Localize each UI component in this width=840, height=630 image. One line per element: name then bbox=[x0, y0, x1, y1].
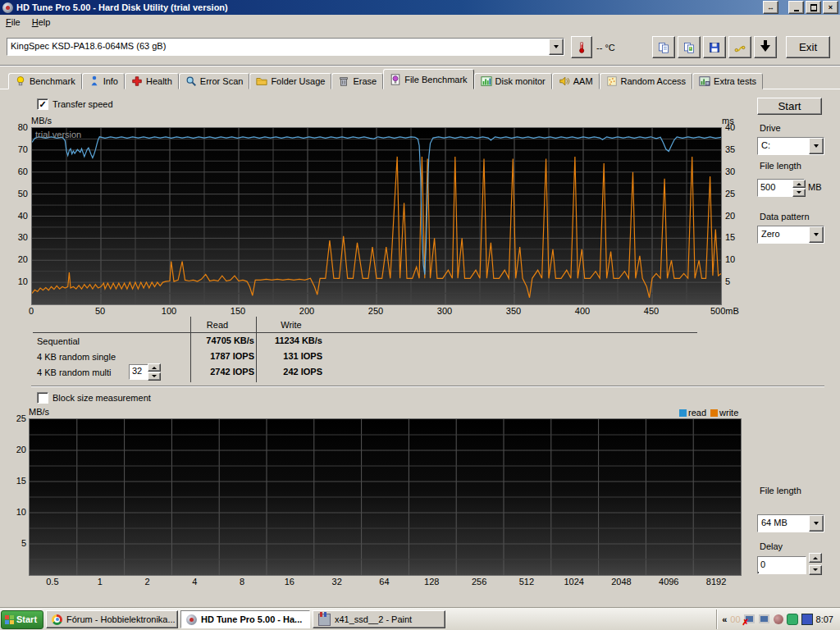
copy-image-button[interactable] bbox=[678, 36, 701, 58]
connect-icon bbox=[734, 40, 746, 55]
transfer-speed-checkbox[interactable]: ✓ Transfer speed bbox=[37, 98, 113, 110]
axis-tick-label: 10 bbox=[725, 254, 735, 264]
hdtune-icon bbox=[186, 614, 197, 625]
up-arrow-icon bbox=[813, 555, 818, 559]
delay-label: Delay bbox=[760, 541, 783, 551]
file-length2-combobox[interactable]: 64 MB bbox=[757, 514, 824, 532]
device-combobox-value: KingSpec KSD-PA18.6-064MS (63 gB) bbox=[7, 39, 549, 55]
stepper-up-button[interactable] bbox=[148, 363, 161, 372]
tray-app-icon[interactable] bbox=[774, 614, 783, 624]
file-length-value: 500 bbox=[758, 180, 792, 196]
stepper-down-button[interactable] bbox=[792, 189, 806, 197]
tab-file-benchmark[interactable]: File Benchmark bbox=[383, 69, 473, 89]
tray-expand-chevron[interactable]: « bbox=[722, 614, 727, 624]
axis-tick-label: 512 bbox=[503, 577, 550, 587]
file-length-stepper[interactable]: 500 bbox=[757, 179, 805, 197]
axis-tick-label: 300 bbox=[437, 306, 452, 316]
save-button[interactable] bbox=[703, 36, 726, 58]
taskbar-item-hdtune[interactable]: HD Tune Pro 5.00 - Ha... bbox=[180, 610, 310, 628]
down-arrow-icon bbox=[760, 45, 770, 57]
tab-benchmark[interactable]: Benchmark bbox=[8, 73, 82, 89]
taskbar-item-paint[interactable]: x41_ssd__2 - Paint bbox=[313, 610, 445, 628]
data-pattern-combobox-arrow[interactable] bbox=[809, 226, 824, 243]
drive-label: Drive bbox=[760, 123, 781, 133]
down-arrow-icon bbox=[152, 375, 157, 380]
copy-text-button[interactable] bbox=[652, 36, 675, 58]
input-language-icon[interactable] bbox=[801, 614, 813, 625]
file-length2-label: File length bbox=[760, 486, 801, 495]
copy-icon bbox=[658, 40, 669, 55]
tab-disk-monitor[interactable]: Disk monitor bbox=[474, 73, 552, 89]
file-length2-combobox-arrow[interactable] bbox=[809, 515, 824, 532]
axis-tick-label: 150 bbox=[231, 306, 245, 316]
tab-error-scan[interactable]: Error Scan bbox=[179, 73, 250, 89]
axis-tick-label: 1 bbox=[76, 577, 124, 587]
tab-info[interactable]: Info bbox=[82, 73, 125, 89]
stepper-up-button[interactable] bbox=[809, 553, 822, 563]
axis-tick-label: 0.5 bbox=[29, 577, 76, 587]
data-pattern-combobox[interactable]: Zero bbox=[757, 226, 824, 244]
delay-input[interactable]: 0 bbox=[757, 556, 806, 574]
temperature-button[interactable] bbox=[571, 36, 592, 58]
title-bar: HD Tune Pro 5.00 - Hard Disk Utility (tr… bbox=[0, 0, 840, 15]
thermometer-icon bbox=[577, 40, 587, 55]
main-chart-left-axis: 8070605040302010 bbox=[7, 127, 28, 304]
minimize-button[interactable] bbox=[788, 1, 804, 14]
menu-file[interactable]: File bbox=[0, 16, 26, 29]
chevron-down-icon bbox=[814, 233, 819, 239]
trial-watermark: trial version bbox=[35, 130, 81, 139]
restore-icon bbox=[810, 5, 817, 11]
tab-random-access[interactable]: Random Access bbox=[600, 73, 692, 89]
block-size-checkbox[interactable]: Block size measurement bbox=[37, 392, 151, 404]
tab-bar: Benchmark Info Health Error Scan Folder … bbox=[8, 72, 763, 89]
axis-tick-label: 40 bbox=[725, 122, 735, 132]
delay-value: 0 bbox=[758, 557, 806, 572]
speaker-icon bbox=[559, 75, 570, 87]
download-button[interactable] bbox=[754, 36, 777, 58]
windows-logo-icon bbox=[5, 615, 14, 624]
block-size-chart bbox=[29, 418, 742, 576]
device-combobox-arrow[interactable] bbox=[549, 39, 564, 55]
drive-combobox-arrow[interactable] bbox=[809, 138, 824, 154]
tab-folder-usage[interactable]: Folder Usage bbox=[249, 73, 331, 89]
start-benchmark-button[interactable]: Start bbox=[757, 98, 822, 115]
results-read-value: 2742 IOPS bbox=[185, 367, 254, 377]
taskbar-item-browser[interactable]: Fórum - Hobbielektronika... bbox=[46, 610, 178, 628]
tray-gadget-text: 00 bbox=[730, 614, 740, 624]
stepper-down-button[interactable] bbox=[148, 372, 161, 381]
axis-tick-label: 15 bbox=[16, 476, 26, 486]
axis-tick-label: 25 bbox=[16, 413, 26, 423]
axis-tick-label: 30 bbox=[725, 167, 735, 176]
exit-button[interactable]: Exit bbox=[786, 36, 830, 58]
messenger-icon[interactable] bbox=[787, 614, 798, 625]
toolbar-separator bbox=[0, 65, 840, 66]
bulb-icon bbox=[15, 75, 26, 87]
tab-health[interactable]: Health bbox=[125, 73, 179, 89]
menu-help[interactable]: Help bbox=[26, 16, 57, 29]
tab-extra-tests[interactable]: Extra tests bbox=[692, 73, 763, 89]
axis-tick-label: 80 bbox=[18, 122, 28, 132]
resize-button[interactable]: ↔ bbox=[763, 1, 778, 14]
down-arrow-icon bbox=[797, 191, 801, 196]
axis-tick-label: 4096 bbox=[645, 577, 692, 587]
drive-combobox[interactable]: C: bbox=[757, 137, 824, 155]
stepper-up-button[interactable] bbox=[792, 180, 806, 188]
stepper-down-button[interactable] bbox=[809, 565, 822, 575]
app-icon bbox=[2, 2, 13, 13]
block-chart-left-axis: 252015105 bbox=[7, 418, 26, 574]
extra-tests-icon bbox=[699, 75, 710, 87]
tab-erase[interactable]: Erase bbox=[331, 73, 383, 89]
restore-button[interactable] bbox=[806, 1, 821, 14]
up-arrow-icon bbox=[152, 364, 157, 369]
network-offline-icon[interactable]: ✗ bbox=[744, 614, 756, 624]
tab-aam[interactable]: AAM bbox=[552, 73, 600, 89]
wireless-network-icon[interactable] bbox=[759, 614, 770, 624]
start-menu-button[interactable]: Start bbox=[1, 610, 43, 629]
section-separator bbox=[31, 386, 824, 387]
queue-depth-stepper[interactable]: 32 bbox=[129, 364, 160, 380]
main-chart-yleft-unit: MB/s bbox=[31, 116, 52, 126]
device-combobox[interactable]: KingSpec KSD-PA18.6-064MS (63 gB) bbox=[7, 38, 564, 56]
minimize-icon bbox=[794, 10, 799, 11]
connect-button[interactable] bbox=[728, 36, 751, 58]
close-button[interactable]: × bbox=[823, 1, 838, 14]
